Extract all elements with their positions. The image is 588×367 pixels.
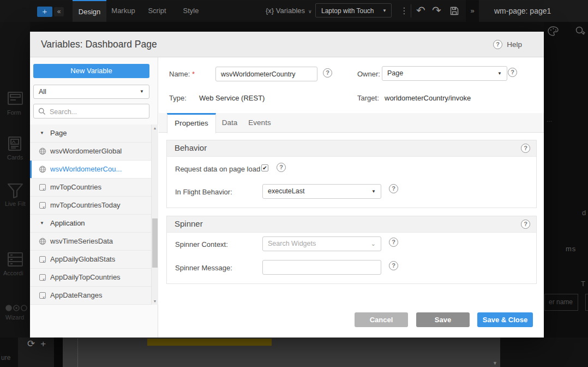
target-value: worldometerCountry/invoke (385, 94, 471, 102)
palette-item-live-filter[interactable]: Live Filt (5, 200, 30, 207)
panel-gap (54, 338, 63, 367)
accordion-widget-icon (8, 252, 23, 269)
wizard-widget-icon (5, 304, 28, 314)
more-options-icon[interactable]: ⋮ (400, 4, 409, 17)
tab-events[interactable]: Events (243, 113, 276, 133)
tree-item-mvTopCountriesToday[interactable]: mvTopCountriesToday (30, 197, 158, 215)
tree-group-page[interactable]: ▼ Page (30, 125, 158, 143)
variable-search-box (33, 104, 149, 119)
detail-tabbar: Properties Data Events (159, 113, 544, 133)
tree-scrollbar[interactable]: ▲ ▼ (151, 125, 158, 305)
scroll-up-icon[interactable]: ▲ (152, 126, 158, 130)
inflight-behavior-label: In Flight Behavior: (175, 188, 232, 196)
spinner-title: Spinner (175, 216, 203, 232)
panel-fragment-dots: ... (547, 116, 552, 123)
canvas-right-gap (500, 338, 588, 367)
webservice-globe-icon (39, 147, 46, 157)
palette-item-form[interactable]: Form (7, 109, 30, 116)
theme-palette-icon[interactable] (548, 26, 559, 38)
help-label: Help (507, 40, 522, 49)
search-icon (38, 108, 46, 117)
redo-icon[interactable]: ↷ (432, 3, 441, 18)
behavior-help-icon[interactable]: ? (521, 144, 530, 153)
help-link[interactable]: ? Help (493, 32, 522, 57)
undo-icon[interactable]: ↶ (416, 3, 425, 18)
inflight-help-icon[interactable]: ? (389, 184, 398, 193)
name-input[interactable] (215, 67, 317, 81)
tree-item-AppDailyTopCountries[interactable]: AppDailyTopCountries (30, 269, 158, 287)
new-variable-button[interactable]: New Variable (33, 64, 149, 78)
save-and-close-button[interactable]: Save & Close (477, 312, 533, 327)
panel-fragment-t: T (581, 280, 585, 288)
tree-item-wsvTimeSeriesData[interactable]: wsvTimeSeriesData (30, 233, 158, 251)
help-icon: ? (493, 40, 502, 49)
inflight-behavior-select[interactable]: executeLast ▼ (262, 184, 381, 199)
page-badge-area: wm-page: page1 (479, 0, 588, 22)
owner-select[interactable]: Page ▼ (382, 66, 507, 81)
panel-fragment-input: er name (544, 294, 578, 311)
canvas-highlighted-widget[interactable] (147, 339, 272, 346)
palette-item-cards[interactable]: Cards (7, 154, 30, 161)
save-icon[interactable] (449, 6, 459, 16)
type-label: Type: (169, 94, 187, 102)
add-widget-button[interactable]: + (37, 7, 52, 17)
scrollbar-thumb[interactable] (152, 218, 158, 268)
spinner-message-help-icon[interactable]: ? (389, 261, 398, 270)
target-label: Target: (357, 94, 379, 102)
variable-filter-select[interactable]: All ▼ (33, 85, 149, 99)
tab-design[interactable]: Design (73, 0, 106, 22)
design-canvas: ▼ (63, 338, 500, 367)
type-value: Web Service (REST) (199, 94, 265, 102)
model-variable-icon (39, 202, 46, 209)
behavior-section-header: Behavior ? (167, 140, 536, 157)
canvas-bottom-strip: ▼ ⟳+ ure (0, 338, 588, 367)
spinner-context-help-icon[interactable]: ? (389, 238, 398, 247)
tree-item-wsvWordometerGlobal[interactable]: wsvWordometerGlobal (30, 143, 158, 161)
canvas-guide-line (77, 339, 78, 367)
variables-dialog: Variables: Dashboard Page ? Help New Var… (30, 32, 544, 338)
request-data-label: Request data on page load (175, 165, 260, 173)
search-input[interactable] (49, 105, 148, 118)
tab-markup[interactable]: Markup (106, 0, 140, 21)
cancel-button[interactable]: Cancel (355, 312, 408, 327)
tab-script[interactable]: Script (140, 0, 174, 21)
panel-fragment-d: d (582, 209, 586, 217)
request-data-help-icon[interactable]: ? (277, 163, 286, 172)
name-label: Name: * (169, 70, 195, 78)
spinner-section-header: Spinner ? (167, 216, 536, 233)
palette-item-accordion[interactable]: Accordi (3, 270, 30, 276)
add-icon[interactable]: + (40, 339, 51, 349)
expand-right-icon[interactable]: » (466, 0, 479, 22)
refresh-icon[interactable]: ⟳ (27, 339, 40, 349)
spinner-help-icon[interactable]: ? (521, 220, 530, 229)
caret-down-icon: ▼ (140, 85, 144, 98)
spinner-message-input[interactable] (262, 260, 381, 275)
tab-style[interactable]: Style (174, 0, 208, 21)
tab-data[interactable]: Data (216, 113, 243, 133)
request-data-checkbox[interactable]: ✔ (261, 164, 268, 171)
tree-group-application[interactable]: ▼ Application (30, 215, 158, 233)
model-variable-icon (39, 292, 46, 299)
page-badge: wm-page: page1 (494, 0, 551, 22)
panel-fragment-input2 (585, 294, 588, 311)
palette-item-wizard[interactable]: Wizard (5, 314, 30, 321)
tree-item-AppDailyGlobalStats[interactable]: AppDailyGlobalStats (30, 251, 158, 269)
variable-detail-panel: Name: * ? Owner: * Page ▼ ? Type: Web Se… (159, 57, 544, 338)
name-help-icon[interactable]: ? (323, 68, 332, 78)
save-button[interactable]: Save (416, 312, 470, 327)
device-preview-select[interactable]: Laptop with Touch ▼ (315, 3, 392, 17)
spinner-context-combobox[interactable]: Search Widgets ⌄ (262, 236, 381, 251)
tab-properties[interactable]: Properties (167, 113, 216, 133)
owner-label: Owner: * (357, 70, 385, 78)
inspect-zoom-icon[interactable] (575, 26, 586, 38)
panel-fragment-ms: ms (566, 245, 576, 253)
tree-item-mvTopCountries[interactable]: mvTopCountries (30, 179, 158, 197)
tree-item-AppDateRanges[interactable]: AppDateRanges (30, 287, 158, 305)
owner-help-icon[interactable]: ? (508, 68, 517, 77)
tree-item-wsvWorldometerCountry[interactable]: wsvWorldometerCou... (30, 161, 158, 179)
scroll-down-icon[interactable]: ▼ (152, 299, 158, 303)
spinner-section: Spinner ? Spinner Context: Search Widget… (166, 216, 537, 284)
collapse-left-icon[interactable]: « (54, 7, 64, 16)
variables-menu[interactable]: {x} Variables∨ (266, 0, 312, 22)
webservice-globe-icon (39, 165, 46, 175)
